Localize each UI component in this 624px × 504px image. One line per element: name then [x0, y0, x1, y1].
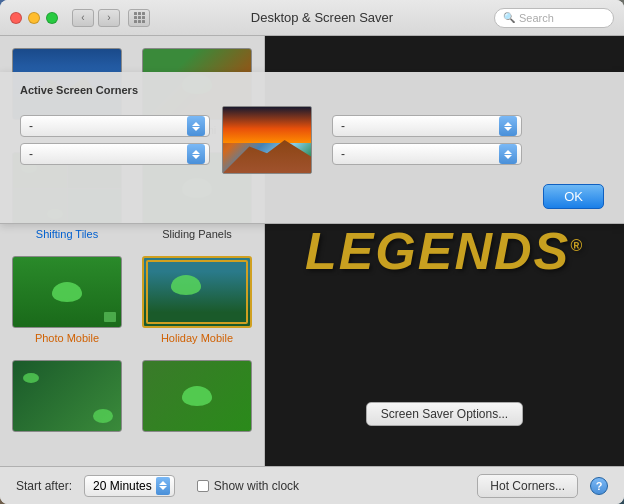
top-right-value: - [341, 119, 499, 133]
titlebar: ‹ › Desktop & Screen Saver 🔍 Search [0, 0, 624, 36]
bottom-left-corner-select[interactable]: - [20, 143, 210, 165]
search-placeholder: Search [519, 12, 554, 24]
screen-saver-options-button[interactable]: Screen Saver Options... [366, 402, 523, 426]
show-clock-area: Show with clock [197, 479, 299, 493]
folder-icon [104, 312, 116, 322]
start-after-label: Start after: [16, 479, 72, 493]
screen-preview-thumbnail [222, 106, 312, 174]
saver-thumb-extra-2 [142, 360, 252, 432]
active-screen-corners-panel: Active Screen Corners - - [0, 72, 624, 224]
legends-text: LEGENDS® [305, 225, 584, 277]
top-right-corner-select[interactable]: - [332, 115, 522, 137]
back-arrow-icon: ‹ [81, 12, 84, 23]
help-button[interactable]: ? [590, 477, 608, 495]
ok-btn-row: OK [20, 184, 604, 209]
bottom-left-value: - [29, 147, 187, 161]
corners-right: - - [332, 115, 522, 165]
arrow-up-icon [192, 150, 200, 154]
show-clock-checkbox[interactable] [197, 480, 209, 492]
grid-button[interactable] [128, 9, 150, 27]
preview-mountain [223, 140, 311, 173]
saver-thumb-photo [12, 256, 122, 328]
forward-arrow-icon: › [107, 12, 110, 23]
saver-item-photo-mobile[interactable]: Photo Mobile [6, 252, 128, 348]
registered-icon: ® [570, 237, 584, 254]
top-left-value: - [29, 119, 187, 133]
bottom-bar: Start after: 20 Minutes Show with clock … [0, 466, 624, 504]
fish-extra-1a [23, 373, 39, 383]
maximize-button[interactable] [46, 12, 58, 24]
arrow-down-icon [192, 155, 200, 159]
forward-button[interactable]: › [98, 9, 120, 27]
top-left-corner-select[interactable]: - [20, 115, 210, 137]
traffic-lights [10, 12, 58, 24]
saver-item-extra-1[interactable] [6, 356, 128, 440]
saver-thumb-holiday [142, 256, 252, 328]
minutes-select[interactable]: 20 Minutes [84, 475, 175, 497]
arrow-up-icon [192, 122, 200, 126]
fish-extra-2 [182, 386, 212, 406]
bottom-left-arrow-icon [187, 144, 205, 164]
arrow-down-icon [504, 127, 512, 131]
saver-item-holiday-mobile[interactable]: Holiday Mobile [136, 252, 258, 348]
arrow-down-icon [192, 127, 200, 131]
corners-left: - - [20, 115, 210, 165]
arrow-up-icon [159, 481, 167, 485]
minimize-button[interactable] [28, 12, 40, 24]
arrow-up-icon [504, 150, 512, 154]
arrow-down-icon [504, 155, 512, 159]
overlay-title: Active Screen Corners [20, 84, 604, 96]
back-button[interactable]: ‹ [72, 9, 94, 27]
hot-corners-button[interactable]: Hot Corners... [477, 474, 578, 498]
arrow-up-icon [504, 122, 512, 126]
fish-extra-1b [93, 409, 113, 423]
minutes-stepper-icon [156, 477, 170, 495]
window-title: Desktop & Screen Saver [150, 10, 494, 25]
minutes-value: 20 Minutes [93, 479, 152, 493]
arrow-down-icon [159, 486, 167, 490]
show-clock-label: Show with clock [214, 479, 299, 493]
search-box[interactable]: 🔍 Search [494, 8, 614, 28]
bottom-right-corner-select[interactable]: - [332, 143, 522, 165]
grid-icon [134, 12, 145, 23]
legends-word: LEGENDS [305, 222, 570, 280]
saver-label-holiday-mobile: Holiday Mobile [161, 332, 233, 344]
saver-label-sliding-panels: Sliding Panels [162, 228, 232, 240]
saver-item-extra-2[interactable] [136, 356, 258, 440]
fish-holiday [171, 275, 201, 295]
nav-buttons: ‹ › [72, 9, 120, 27]
top-right-arrow-icon [499, 116, 517, 136]
ok-button[interactable]: OK [543, 184, 604, 209]
main-window: ‹ › Desktop & Screen Saver 🔍 Search [0, 0, 624, 504]
bottom-right-arrow-icon [499, 144, 517, 164]
close-button[interactable] [10, 12, 22, 24]
saver-thumb-extra-1 [12, 360, 122, 432]
bottom-right-value: - [341, 147, 499, 161]
search-icon: 🔍 [503, 12, 515, 23]
saver-label-shifting-tiles: Shifting Tiles [36, 228, 98, 240]
preview-sky [223, 107, 311, 143]
fish-photo [52, 282, 82, 302]
top-left-arrow-icon [187, 116, 205, 136]
corners-grid: - - [20, 106, 604, 174]
saver-label-photo-mobile: Photo Mobile [35, 332, 99, 344]
